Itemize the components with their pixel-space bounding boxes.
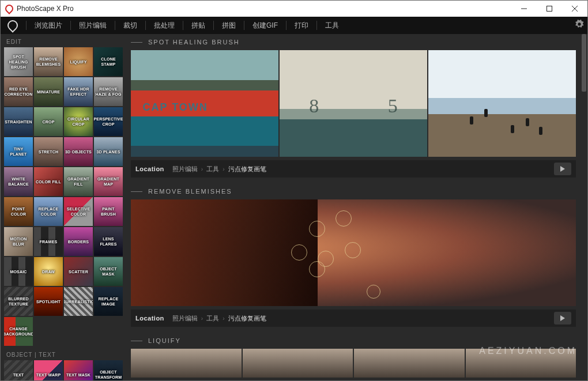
- effect-thumb[interactable]: REPLACE IMAGE: [94, 287, 123, 316]
- effect-thumb[interactable]: REMOVE BLEMISHES: [34, 47, 63, 76]
- effect-thumb[interactable]: SPOTLIGHT: [34, 287, 63, 316]
- effects-panel[interactable]: EDIT SPOT HEALING BRUSHREMOVE BLEMISHESL…: [1, 34, 125, 380]
- effect-thumb[interactable]: TINY PLANET: [4, 137, 33, 166]
- effect-thumb[interactable]: BORDERS: [64, 227, 93, 256]
- menu-divider: [145, 21, 146, 30]
- effect-thumb[interactable]: RED EYE CORRECTION: [4, 77, 33, 106]
- thumb-label: REMOVE HAZE & FOG: [94, 86, 123, 97]
- thumb-label: TEXT MASK: [65, 372, 92, 378]
- section-spot-healing: SPOT HEALING BRUSH Location 照片编辑: [131, 39, 576, 178]
- thumb-change-background[interactable]: CHANGE BACKGROUND: [4, 317, 33, 346]
- effect-thumb[interactable]: STRAIGHTEN: [4, 107, 33, 136]
- effect-thumb[interactable]: COLOR FILL: [34, 167, 63, 196]
- preview-image: [280, 50, 427, 157]
- play-button[interactable]: [554, 312, 571, 325]
- menu-item[interactable]: 浏览图片: [31, 18, 66, 33]
- effect-thumb[interactable]: SCATTER: [64, 257, 93, 286]
- thumb-label: CIRCULAR CROP: [64, 116, 93, 127]
- effect-thumb[interactable]: REMOVE HAZE & FOG: [94, 77, 123, 106]
- thumb-label: TINY PLANET: [4, 146, 33, 157]
- thumb-label: PERSPECTIVE CROP: [94, 116, 123, 127]
- section-title: LIQUIFY: [148, 337, 181, 344]
- thumb-label: TEXT WARP: [35, 372, 62, 378]
- effect-thumb[interactable]: LIQUIFY: [64, 47, 93, 76]
- effect-thumb[interactable]: DRAW: [34, 257, 63, 286]
- menu-item[interactable]: 工具: [322, 18, 342, 33]
- menu-item[interactable]: 裁切: [120, 18, 141, 33]
- preview-image: [131, 50, 278, 157]
- titlebar: PhotoScape X Pro: [1, 1, 587, 17]
- menu-divider: [244, 21, 244, 30]
- effect-thumb[interactable]: REPLACE COLOR: [34, 197, 63, 226]
- effect-thumb[interactable]: STRETCH: [34, 137, 63, 166]
- section-title: REMOVE BLEMISHES: [148, 188, 232, 195]
- thumb-label: RED EYE CORRECTION: [4, 86, 33, 97]
- edit-section-label: EDIT: [6, 39, 125, 45]
- effect-thumb[interactable]: WHITE BALANCE: [4, 167, 33, 196]
- menu-item[interactable]: 创建GIF: [249, 18, 281, 33]
- effect-thumb[interactable]: 3D PLANES: [94, 137, 123, 166]
- settings-button[interactable]: [575, 20, 584, 31]
- thumb-label: STRETCH: [37, 149, 59, 154]
- thumb-label: SPOT HEALING BRUSH: [4, 54, 33, 70]
- effect-thumb[interactable]: FAKE HDR EFFECT: [64, 77, 93, 106]
- menu-item[interactable]: 批处理: [150, 18, 178, 33]
- effect-thumb[interactable]: POINT COLOR: [4, 197, 33, 226]
- chevron-right-icon: ›: [223, 315, 224, 322]
- minimize-button[interactable]: [511, 1, 537, 17]
- chevron-right-icon: ›: [201, 166, 203, 172]
- preview-strip: [131, 50, 576, 157]
- effect-thumb[interactable]: CLONE STAMP: [94, 47, 123, 76]
- effect-thumb[interactable]: BLURRED TEXTURE: [4, 287, 33, 316]
- effect-thumb[interactable]: LENS FLARES: [94, 227, 123, 256]
- brand-icon[interactable]: [5, 18, 20, 32]
- thumb-label: OBJECT TRANSFORM: [94, 369, 123, 380]
- scrollbar-thumb[interactable]: [582, 34, 586, 92]
- breadcrumb[interactable]: 污点修复画笔: [228, 314, 266, 323]
- menu-item[interactable]: 照片编辑: [76, 18, 110, 33]
- effect-thumb[interactable]: TEXT: [4, 360, 33, 380]
- preview-image: [428, 50, 576, 157]
- effect-thumb[interactable]: GRADIENT FILL: [64, 167, 93, 196]
- close-button[interactable]: [562, 1, 587, 17]
- svg-rect-0: [547, 6, 552, 12]
- thumb-label: REPLACE IMAGE: [94, 296, 123, 307]
- thumb-label: FRAMES: [39, 239, 59, 244]
- effect-thumb[interactable]: TEXT WARP: [34, 360, 63, 380]
- effect-thumb[interactable]: FRAMES: [34, 227, 63, 256]
- thumb-label: 3D PLANES: [95, 149, 121, 154]
- effect-thumb[interactable]: TEXT MASK: [64, 360, 93, 380]
- effect-thumb[interactable]: PAINT BRUSH: [94, 197, 123, 226]
- breadcrumb[interactable]: 工具: [206, 165, 219, 173]
- effect-thumb[interactable]: CIRCULAR CROP: [64, 107, 93, 136]
- effect-thumb[interactable]: SPOT HEALING BRUSH: [4, 47, 33, 76]
- maximize-button[interactable]: [537, 1, 562, 17]
- menu-divider: [115, 21, 115, 30]
- menu-item[interactable]: 打印: [291, 18, 312, 33]
- preview-strip: [131, 349, 576, 378]
- effect-thumb[interactable]: MOTION BLUR: [4, 227, 33, 256]
- effect-thumb[interactable]: SURREALISTIC: [64, 287, 93, 316]
- menu-item[interactable]: 拼贴: [188, 18, 209, 33]
- effect-thumb[interactable]: OBJECT TRANSFORM: [94, 360, 123, 380]
- effect-thumb[interactable]: OBJECT MASK: [94, 257, 123, 286]
- breadcrumb[interactable]: 照片编辑: [172, 314, 198, 323]
- details-panel[interactable]: SPOT HEALING BRUSH Location 照片编辑: [125, 34, 587, 380]
- effect-thumb[interactable]: SELECTIVE COLOR: [64, 197, 93, 226]
- breadcrumb[interactable]: 工具: [206, 314, 219, 323]
- breadcrumb[interactable]: 污点修复画笔: [228, 165, 266, 173]
- effect-thumb[interactable]: PERSPECTIVE CROP: [94, 107, 123, 136]
- menu-divider: [213, 21, 214, 30]
- effect-thumb[interactable]: MINIATURE: [34, 77, 63, 106]
- effect-thumb[interactable]: GRADIENT MAP: [94, 167, 123, 196]
- menu-item[interactable]: 拼图: [218, 18, 239, 33]
- breadcrumb[interactable]: 照片编辑: [172, 165, 198, 173]
- effect-thumb[interactable]: MOSAIC: [4, 257, 33, 286]
- effect-thumb[interactable]: 3D OBJECTS: [64, 137, 93, 166]
- play-button[interactable]: [554, 163, 571, 175]
- effect-thumb[interactable]: CROP: [34, 107, 63, 136]
- thumb-label: COLOR FILL: [35, 179, 62, 184]
- thumb-label: BORDERS: [67, 239, 90, 244]
- scrollbar[interactable]: [582, 34, 586, 380]
- location-row: Location 照片编辑 › 工具 › 污点修复画笔: [131, 310, 576, 327]
